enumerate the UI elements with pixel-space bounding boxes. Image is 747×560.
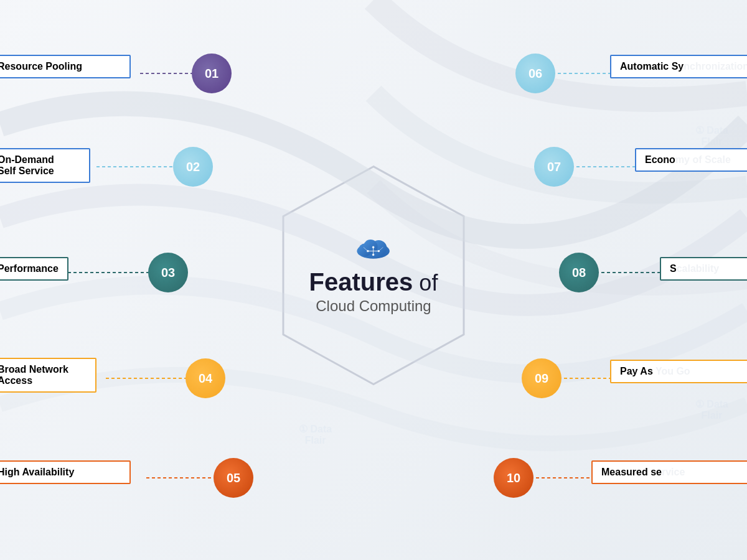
feature-box-04: Broad Network Access <box>0 358 96 393</box>
circle-02: 02 <box>173 147 213 187</box>
circle-07: 07 <box>534 147 574 187</box>
diagram-container: Features of Cloud Computing 01 02 03 <box>0 0 747 560</box>
watermark-1: ① Data Flair <box>299 423 332 446</box>
svg-point-9 <box>372 246 375 249</box>
feature-box-01: Resource Pooling <box>0 55 131 78</box>
feature-box-05: High Availability <box>0 460 131 484</box>
center-content: Features of Cloud Computing <box>309 232 438 315</box>
svg-point-4 <box>364 240 378 254</box>
center-subtitle: Cloud Computing <box>309 297 438 315</box>
circle-03: 03 <box>148 253 188 292</box>
feature-box-09: Pay As You Go <box>610 360 747 383</box>
feature-box-02: On-Demand Self Service <box>0 148 90 183</box>
feature-box-08: Scalability <box>660 257 747 281</box>
svg-point-10 <box>372 254 375 256</box>
circle-04: 04 <box>186 358 225 398</box>
watermark-2: ① Data Flair <box>695 398 728 421</box>
circle-09: 09 <box>522 358 561 398</box>
circle-06: 06 <box>515 54 555 93</box>
circle-01: 01 <box>192 54 232 93</box>
feature-box-06: Automatic Synchronization <box>610 55 747 78</box>
feature-box-03: Performance <box>0 257 68 281</box>
circle-10: 10 <box>494 458 533 498</box>
circle-05: 05 <box>214 458 253 498</box>
center-title: Features of <box>309 268 438 296</box>
feature-box-07: Economy of Scale <box>635 148 747 172</box>
feature-box-10: Measured service <box>591 460 747 484</box>
cloud-icon <box>352 232 395 263</box>
circle-08: 08 <box>559 253 599 292</box>
watermark-3: ① Data Flair <box>695 124 728 147</box>
